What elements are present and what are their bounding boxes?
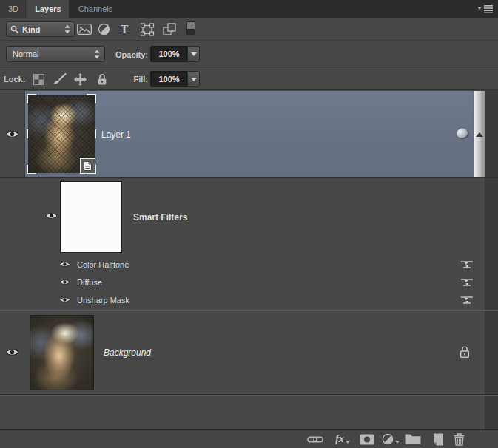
filter-name: Diffuse [77, 274, 102, 291]
eye-icon[interactable] [58, 295, 71, 305]
blend-options-row: Normal Opacity: 100% [0, 41, 498, 68]
opacity-label: Opacity: [111, 41, 148, 68]
filter-shape-layers-icon[interactable] [140, 22, 155, 36]
layer-row-layer1[interactable]: Layer 1 [0, 90, 498, 178]
blend-mode-value: Normal [13, 50, 94, 58]
filter-adjustment-layers-icon[interactable] [97, 22, 110, 36]
new-group-icon[interactable] [404, 430, 421, 448]
opacity-dropdown-arrow[interactable] [187, 46, 200, 62]
filter-kind-dropdown[interactable]: Kind [6, 21, 75, 37]
search-icon [10, 25, 19, 34]
triangle-up-icon [476, 132, 483, 137]
filter-blend-options-icon[interactable] [460, 259, 474, 270]
new-layer-icon[interactable] [430, 430, 445, 448]
background-name[interactable]: Background [104, 311, 151, 394]
fx-label: fx [335, 433, 344, 445]
fill-dropdown-arrow[interactable] [187, 71, 200, 87]
eye-icon[interactable] [58, 259, 71, 269]
eye-icon[interactable] [4, 129, 20, 140]
filter-blend-options-icon[interactable] [460, 277, 474, 288]
add-layer-mask-icon[interactable] [359, 430, 375, 448]
filter-mask-thumbnail[interactable] [60, 181, 122, 253]
filter-smart-objects-icon[interactable] [162, 22, 176, 36]
selection-bracket [87, 94, 96, 103]
smart-filters-row[interactable]: Smart Filters [0, 178, 498, 256]
selection-tick [95, 129, 96, 138]
lock-position-icon[interactable] [73, 68, 87, 90]
filter-row-color-halftone[interactable]: Color Halftone [0, 256, 498, 274]
layer1-name[interactable]: Layer 1 [101, 90, 131, 178]
selection-bracket [27, 94, 36, 103]
selection-tick [27, 129, 28, 138]
lock-label: Lock: [4, 68, 29, 90]
panel-bottom-bar: fx [0, 429, 498, 448]
layer-filter-row: Kind T [0, 18, 498, 41]
filter-kind-label: Kind [22, 25, 64, 34]
row-separator [0, 394, 498, 396]
smart-filters-collapse-button[interactable] [473, 91, 485, 177]
tab-channels[interactable]: Channels [69, 0, 122, 18]
layers-panel: 3D Layers Channels Kind [0, 0, 498, 448]
filter-row-unsharp-mask[interactable]: Unsharp Mask [0, 291, 498, 309]
lock-paint-icon[interactable] [52, 68, 67, 90]
filter-pixel-layers-icon[interactable] [77, 22, 92, 36]
add-layer-style-icon[interactable]: fx [333, 430, 352, 448]
filter-row-diffuse[interactable]: Diffuse [0, 274, 498, 291]
eye-icon[interactable] [4, 347, 20, 358]
filter-name: Color Halftone [77, 256, 129, 274]
link-layers-icon[interactable] [306, 430, 324, 448]
spinner-arrows-icon [94, 50, 100, 59]
lock-transparency-icon[interactable] [33, 68, 45, 90]
filter-blend-options-icon[interactable] [460, 295, 474, 305]
caret-down-icon [346, 441, 350, 444]
blend-mode-dropdown[interactable]: Normal [6, 46, 105, 62]
smart-object-badge-icon [80, 158, 95, 174]
delete-layer-icon[interactable] [451, 430, 466, 448]
layer1-thumbnail[interactable] [27, 94, 96, 174]
lock-all-icon[interactable] [96, 68, 108, 90]
fill-label: Fill: [117, 68, 148, 90]
lock-options-row: Lock: Fill: 100 [0, 68, 498, 90]
filter-type-layers-icon[interactable]: T [118, 22, 131, 36]
selection-bracket [27, 165, 36, 174]
panel-menu-icon[interactable] [477, 4, 494, 13]
tab-3d[interactable]: 3D [0, 0, 27, 18]
filter-name: Unsharp Mask [77, 291, 129, 309]
opacity-value-field[interactable]: 100% [150, 46, 187, 62]
layers-list: Layer 1 Smart Filters [0, 90, 498, 429]
fill-value-field[interactable]: 100% [150, 71, 187, 87]
filter-on-off-toggle[interactable] [186, 21, 195, 35]
divider [24, 90, 25, 177]
lock-badge-icon [459, 345, 471, 359]
smart-filters-title: Smart Filters [133, 178, 187, 256]
layer-row-background[interactable]: Background [0, 311, 498, 394]
panel-tab-bar: 3D Layers Channels [0, 0, 498, 18]
eye-icon[interactable] [58, 277, 71, 287]
eye-icon[interactable] [44, 211, 58, 221]
caret-down-icon [395, 441, 400, 444]
background-thumbnail[interactable] [30, 315, 94, 390]
spinner-arrows-icon [64, 24, 70, 34]
add-adjustment-layer-icon[interactable] [382, 430, 400, 448]
tab-layers[interactable]: Layers [27, 0, 69, 18]
